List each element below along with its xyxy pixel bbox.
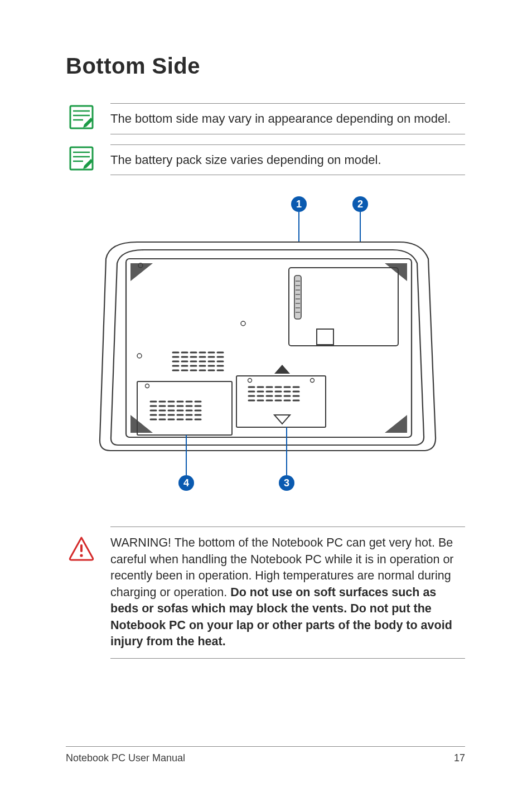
note-icon <box>69 104 94 130</box>
svg-point-120 <box>80 554 83 557</box>
svg-text:4: 4 <box>183 477 189 489</box>
svg-rect-1 <box>70 147 93 170</box>
svg-text:2: 2 <box>357 199 363 210</box>
footer-title: Notebook PC User Manual <box>66 752 185 764</box>
bottom-diagram: 1 2 <box>66 192 465 504</box>
warning-icon <box>68 535 95 562</box>
note-row-1: The bottom side may vary in appearance d… <box>66 103 465 134</box>
warning-text: WARNING! The bottom of the Notebook PC c… <box>110 526 465 658</box>
svg-rect-0 <box>70 106 93 128</box>
svg-text:1: 1 <box>296 199 302 210</box>
svg-text:3: 3 <box>284 477 289 489</box>
note-icon <box>69 146 94 171</box>
page-footer: Notebook PC User Manual 17 <box>66 746 465 764</box>
footer-page-number: 17 <box>454 752 465 764</box>
note-text-2: The battery pack size varies depending o… <box>110 144 465 176</box>
note-row-2: The battery pack size varies depending o… <box>66 144 465 176</box>
page-title: Bottom Side <box>66 54 465 79</box>
svg-rect-119 <box>80 544 83 552</box>
note-text-1: The bottom side may vary in appearance d… <box>110 103 465 134</box>
warning-row: WARNING! The bottom of the Notebook PC c… <box>66 526 465 658</box>
